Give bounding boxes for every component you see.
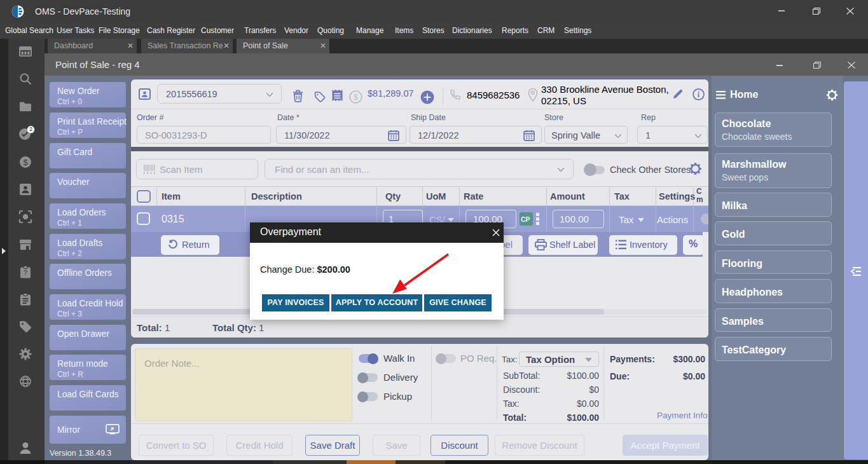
svg-text:?: ? <box>24 269 27 276</box>
svg-text:$: $ <box>354 93 358 102</box>
svg-text:$: $ <box>23 158 28 167</box>
svg-text:2: 2 <box>29 126 32 132</box>
